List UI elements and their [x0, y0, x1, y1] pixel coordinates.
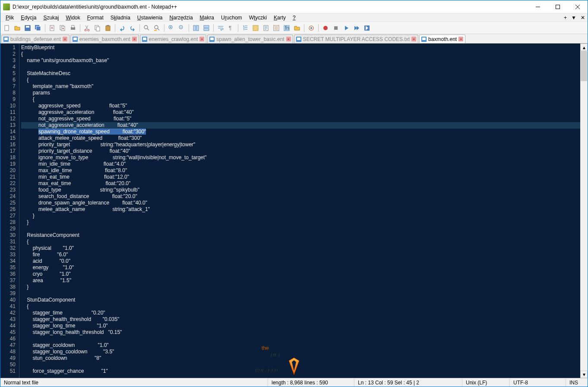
menu-makra[interactable]: Makra: [196, 14, 218, 22]
menu-uruchom[interactable]: Uruchom: [218, 14, 246, 22]
tab-close-icon[interactable]: ×: [286, 37, 291, 41]
save-all-icon[interactable]: [33, 23, 43, 33]
play-multi-icon[interactable]: [352, 23, 361, 33]
code-line[interactable]: max_eat_time float:"20.0": [21, 180, 580, 187]
code-line[interactable]: {: [21, 51, 580, 57]
code-line[interactable]: StunDataComponent: [21, 297, 580, 303]
menu-help[interactable]: ?: [289, 14, 299, 22]
x-icon[interactable]: ✕: [581, 15, 585, 21]
code-line[interactable]: [21, 64, 580, 70]
sync-v-icon[interactable]: [191, 23, 201, 33]
code-line[interactable]: stagger_health_threshold "0.035": [21, 316, 580, 323]
open-file-icon[interactable]: [13, 23, 22, 33]
code-line[interactable]: physical "1.0": [21, 245, 580, 252]
menu-karty[interactable]: Karty: [270, 14, 289, 22]
tab-enemies-crawlog[interactable]: enemies_crawlog.ent×: [140, 35, 206, 43]
copy-icon[interactable]: [93, 23, 102, 33]
code-line[interactable]: }: [21, 213, 580, 219]
minimize-button[interactable]: [528, 0, 548, 13]
find-icon[interactable]: [142, 23, 152, 33]
code-line[interactable]: search_food_distance float:"20.0": [21, 193, 580, 200]
tab-secret-codes[interactable]: SECRET MULTIPLAYER ACCESS CODES.txt×: [294, 35, 418, 43]
scroll-thumb[interactable]: [581, 51, 587, 81]
cut-icon[interactable]: [82, 23, 92, 33]
code-line[interactable]: {: [21, 77, 580, 83]
code-line[interactable]: params: [21, 90, 580, 96]
menu-szukaj[interactable]: Szukaj: [40, 14, 62, 22]
zoom-out-icon[interactable]: [177, 23, 187, 33]
menu-wtyczki[interactable]: Wtyczki: [246, 14, 270, 22]
code-line[interactable]: spawning_drone_rotate_speed float:"300": [21, 129, 580, 135]
menu-skladnia[interactable]: Składnia: [107, 14, 134, 22]
code-line[interactable]: stagger_long_health_threshold "0.15": [21, 329, 580, 336]
code-line[interactable]: }: [21, 219, 580, 226]
code-line[interactable]: }: [21, 284, 580, 290]
code-line[interactable]: drone_spawn_angle_tolerance float:"40.0": [21, 200, 580, 206]
paste-icon[interactable]: [103, 23, 113, 33]
code-line[interactable]: [21, 290, 580, 297]
tab-spawn-alien-tower[interactable]: spawn_alien_tower_basic.ent×: [207, 35, 293, 43]
code-line[interactable]: not_aggressive_acceleration float:"40": [21, 122, 580, 129]
menu-narzedzia[interactable]: Narzędzia: [166, 14, 196, 22]
stop-icon[interactable]: [331, 23, 341, 33]
code-line[interactable]: StateMachineDesc: [21, 70, 580, 77]
tab-close-icon[interactable]: ×: [63, 37, 67, 41]
code-line[interactable]: melee_attack_name string:"attack_1": [21, 206, 580, 213]
tab-close-icon[interactable]: ×: [458, 37, 463, 41]
code-line[interactable]: max_idle_time float:"8.0": [21, 167, 580, 174]
maximize-button[interactable]: [548, 0, 568, 13]
save-icon[interactable]: [23, 23, 32, 33]
undo-icon[interactable]: [117, 23, 127, 33]
code-line[interactable]: aggressive_speed float:"5": [21, 103, 580, 109]
folder-workspace-icon[interactable]: [292, 23, 302, 33]
code-line[interactable]: attack_melee_rotate_speed float:"300": [21, 135, 580, 142]
code-line[interactable]: min_idle_time float:"4.0": [21, 161, 580, 167]
code-line[interactable]: [21, 336, 580, 342]
redo-icon[interactable]: [128, 23, 137, 33]
replace-icon[interactable]: [152, 23, 162, 33]
code-line[interactable]: [21, 362, 580, 368]
code-line[interactable]: ResistanceComponent: [21, 232, 580, 239]
show-all-chars-icon[interactable]: ¶: [226, 23, 236, 33]
new-file-icon[interactable]: [2, 23, 12, 33]
tab-baxmoth[interactable]: baxmoth.ent×: [419, 35, 465, 43]
editor[interactable]: 1234567891011121314151617181920212223242…: [0, 44, 588, 378]
code-line[interactable]: stagger_cooldown "1.0": [21, 342, 580, 349]
code-line[interactable]: force_stagger_chance "1": [21, 368, 580, 374]
scroll-down-icon[interactable]: ▾: [580, 371, 588, 378]
function-list-icon[interactable]: fn: [282, 23, 291, 33]
scroll-up-icon[interactable]: ▴: [580, 44, 588, 51]
record-icon[interactable]: [321, 23, 330, 33]
menu-widok[interactable]: Widok: [62, 14, 83, 22]
code-line[interactable]: area "1.5": [21, 277, 580, 284]
tab-close-icon[interactable]: ×: [411, 37, 416, 41]
menu-edycja[interactable]: Edycja: [17, 14, 40, 22]
save-macro-icon[interactable]: [362, 23, 372, 33]
code-line[interactable]: stagger_long_cooldown "3.5": [21, 349, 580, 355]
indent-guide-icon[interactable]: [240, 23, 250, 33]
menu-ustawienia[interactable]: Ustawienia: [134, 14, 166, 22]
close-file-icon[interactable]: [47, 23, 57, 33]
code-line[interactable]: stun_cooldown "8": [21, 355, 580, 362]
code-line[interactable]: {: [21, 239, 580, 245]
code-line[interactable]: min_eat_time float:"12.0": [21, 174, 580, 180]
code-line[interactable]: cryo "1.0": [21, 271, 580, 277]
code-line[interactable]: fire "6.0": [21, 252, 580, 258]
code-line[interactable]: {: [21, 96, 580, 103]
user-lang-icon[interactable]: [251, 23, 260, 33]
play-icon[interactable]: [341, 23, 351, 33]
scroll-track[interactable]: [580, 51, 588, 371]
code-line[interactable]: EntityBlueprint: [21, 44, 580, 51]
dropdown-icon[interactable]: ▼: [571, 15, 576, 21]
code-area[interactable]: EntityBlueprint{ name "units/ground/baxm…: [19, 44, 580, 378]
sync-h-icon[interactable]: [202, 23, 211, 33]
plus-icon[interactable]: +: [564, 15, 567, 21]
menu-format[interactable]: Format: [84, 14, 107, 22]
doc-map-icon[interactable]: [261, 23, 271, 33]
tab-close-icon[interactable]: ×: [199, 37, 204, 41]
vertical-scrollbar[interactable]: ▴ ▾: [580, 44, 588, 378]
tab-close-icon[interactable]: ×: [132, 37, 137, 41]
code-line[interactable]: template_name "baxmoth": [21, 83, 580, 90]
zoom-in-icon[interactable]: [167, 23, 176, 33]
code-line[interactable]: stagger_long_time "1.0": [21, 323, 580, 329]
